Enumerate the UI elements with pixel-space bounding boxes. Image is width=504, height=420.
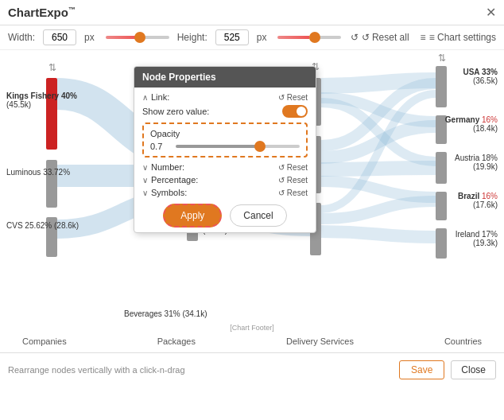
resize-handle-countries[interactable]: ⇅ — [438, 52, 446, 64]
number-reset-button[interactable]: ↺ Reset — [278, 163, 308, 172]
app-footer: Rearrange nodes vertically with a click-… — [0, 352, 504, 386]
label-cvs: CVS 25.62% (28.6k) — [6, 221, 79, 230]
node-brazil — [436, 192, 447, 220]
width-input[interactable] — [43, 29, 76, 45]
label-ireland: Ireland 17%(19.3k) — [456, 230, 498, 247]
col-packages: Packages — [157, 336, 196, 346]
percentage-chevron-icon: ∨ — [142, 176, 148, 185]
chart-area: ⇅ ⇅ ⇅ ⇅ Kings Fishery 40%(45.5k) Luminou… — [0, 50, 504, 352]
app-header: ChartExpo™ ✕ — [0, 0, 504, 25]
width-px: px — [84, 32, 95, 43]
percentage-row: ∨ Percentage: ↺ Reset — [142, 175, 308, 185]
label-germany: Germany 16%(18.4k) — [445, 115, 498, 133]
height-slider[interactable] — [277, 36, 341, 39]
height-input[interactable] — [215, 29, 249, 45]
opacity-box: Opacity 0.7 — [142, 122, 308, 158]
node-properties-title: Node Properties — [134, 67, 316, 88]
link-label: ∧ Link: — [142, 92, 169, 102]
number-row: ∨ Number: ↺ Reset — [142, 162, 308, 172]
number-chevron-icon: ∨ — [142, 163, 148, 172]
close-window-button[interactable]: ✕ — [486, 5, 496, 20]
opacity-slider[interactable] — [176, 145, 300, 148]
chart-settings-button[interactable]: ≡ ≡ Chart settings — [421, 32, 496, 43]
show-zero-label: Show zero value: — [142, 107, 209, 116]
flow-united-austria — [321, 168, 436, 169]
action-row: Apply Cancel — [142, 204, 308, 228]
symbols-chevron-icon: ∨ — [142, 189, 148, 197]
node-austria — [436, 152, 447, 184]
reset-all-label: ↺ Reset all — [362, 32, 409, 43]
link-reset-button[interactable]: ↺ Reset — [278, 93, 308, 102]
flow-united-brazil — [321, 181, 436, 197]
save-button[interactable]: Save — [399, 360, 444, 379]
settings-icon: ≡ — [421, 32, 426, 43]
node-kings-fishery — [46, 78, 57, 150]
flow-federal-ireland — [321, 231, 436, 237]
footer-buttons: Save Close — [399, 360, 496, 379]
col-countries: Countries — [444, 336, 482, 346]
chart-settings-label: ≡ Chart settings — [429, 32, 496, 43]
show-zero-row: Show zero value: — [142, 105, 308, 118]
symbols-label: ∨ Symbols: — [142, 188, 187, 197]
label-usa: USA 33%(36.5k) — [463, 68, 498, 85]
apply-button[interactable]: Apply — [163, 204, 222, 228]
node-properties-body: ∧ Link: ↺ Reset Show zero value: Opacity… — [134, 88, 316, 232]
node-properties-panel: Node Properties ∧ Link: ↺ Reset Show zer… — [134, 66, 316, 233]
height-px: px — [257, 32, 267, 43]
resize-handle-companies[interactable]: ⇅ — [48, 62, 56, 73]
label-luminous: Luminous 33.72% — [6, 168, 70, 177]
col-delivery: Delivery Services — [286, 336, 354, 346]
toolbar-right: ↺ ↺ Reset all ≡ ≡ Chart settings — [351, 32, 496, 43]
close-button[interactable]: Close — [451, 360, 496, 379]
label-brazil: Brazil 16%(17.6k) — [458, 192, 498, 209]
symbols-reset-button[interactable]: ↺ Reset — [278, 189, 308, 197]
toolbar: Width: px Height: px ↺ ↺ Reset all ≡ ≡ C… — [0, 25, 504, 50]
label-austria: Austria 18%(19.9k) — [455, 154, 498, 171]
link-chevron-icon: ∧ — [142, 93, 148, 102]
label-beverages: Beverages 31% (34.1k) — [124, 309, 207, 318]
node-luminous — [46, 160, 57, 208]
width-slider[interactable] — [106, 36, 169, 39]
reset-icon: ↺ — [351, 32, 359, 43]
symbols-row: ∨ Symbols: ↺ Reset — [142, 188, 308, 197]
node-usa — [436, 66, 447, 107]
reset-all-button[interactable]: ↺ ↺ Reset all — [351, 32, 409, 43]
app-title: ChartExpo™ — [8, 6, 486, 19]
show-zero-toggle[interactable] — [282, 105, 308, 118]
number-label: ∨ Number: — [142, 162, 184, 172]
percentage-reset-button[interactable]: ↺ Reset — [278, 176, 308, 185]
opacity-label: Opacity — [150, 129, 300, 138]
opacity-value: 0.7 — [150, 142, 169, 151]
column-labels: Companies Packages Delivery Services Cou… — [0, 336, 504, 346]
opacity-row: 0.7 — [150, 142, 300, 151]
height-label: Height: — [177, 32, 207, 43]
link-row: ∧ Link: ↺ Reset — [142, 92, 308, 102]
chart-footer: [Chart Footer] — [230, 324, 274, 332]
node-ireland — [436, 228, 447, 259]
label-kings-fishery: Kings Fishery 40%(45.5k) — [6, 91, 77, 109]
footer-hint: Rearrange nodes vertically with a click-… — [8, 365, 399, 375]
percentage-label: ∨ Percentage: — [142, 175, 198, 185]
width-label: Width: — [8, 32, 35, 43]
col-companies: Companies — [22, 336, 67, 346]
cancel-button[interactable]: Cancel — [230, 204, 286, 227]
